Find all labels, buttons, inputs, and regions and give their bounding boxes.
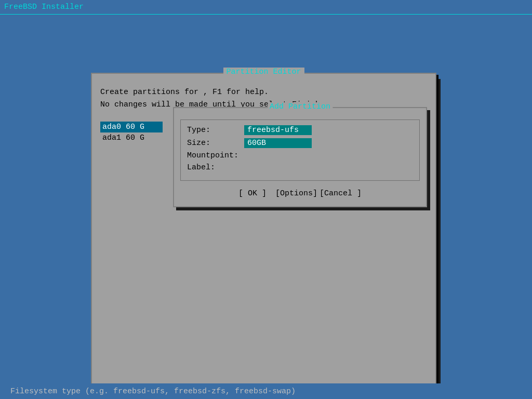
- mountpoint-label: Mountpoint:: [187, 151, 244, 160]
- drive-item-ada0[interactable]: ada0 60 G: [100, 122, 163, 132]
- drive-name-ada0: ada0: [102, 123, 121, 131]
- cancel-button[interactable]: [Cancel ]: [320, 189, 362, 198]
- top-bar: FreeBSD Installer: [0, 0, 532, 15]
- info-line1: Create partitions for , F1 for help.: [100, 86, 427, 99]
- options-button[interactable]: [Options]: [275, 189, 317, 198]
- add-partition-inner: Type: freebsd-ufs Size: 60GB Mountpoint:…: [174, 110, 426, 206]
- drive-size-ada1: 60 G: [126, 134, 144, 142]
- form-area: Type: freebsd-ufs Size: 60GB Mountpoint:…: [180, 119, 420, 181]
- drive-list: ada0 60 G ada1 60 G: [100, 122, 163, 143]
- drive-item-ada1[interactable]: ada1 60 G: [100, 132, 163, 143]
- partition-editor-content: Create partitions for , F1 for help. No …: [92, 76, 435, 216]
- type-label: Type:: [187, 126, 244, 135]
- label-row: Label:: [187, 163, 413, 172]
- mountpoint-row: Mountpoint:: [187, 151, 413, 160]
- ok-button[interactable]: [ OK ]: [238, 189, 267, 198]
- label-label: Label:: [187, 163, 244, 172]
- drive-size-ada0: 60 G: [126, 123, 144, 131]
- size-row: Size: 60GB: [187, 138, 413, 148]
- size-value[interactable]: 60GB: [244, 138, 312, 148]
- app-title: FreeBSD Installer: [4, 3, 84, 11]
- add-partition-title: Add Partition: [268, 102, 332, 111]
- partition-editor-window: Partition Editor Create partitions for ,…: [91, 73, 436, 399]
- size-label: Size:: [187, 139, 244, 148]
- type-row: Type: freebsd-ufs: [187, 125, 413, 135]
- add-partition-dialog: Add Partition Type: freebsd-ufs Size: 60…: [173, 107, 427, 207]
- status-bar: Filesystem type (e.g. freebsd-ufs, freeb…: [0, 383, 532, 399]
- status-text: Filesystem type (e.g. freebsd-ufs, freeb…: [10, 387, 296, 396]
- buttons-row: [ OK ] [Options] [Cancel ]: [180, 187, 420, 200]
- type-value[interactable]: freebsd-ufs: [244, 125, 312, 135]
- drive-name-ada1: ada1: [102, 134, 121, 142]
- partition-editor-title: Partition Editor: [223, 68, 304, 76]
